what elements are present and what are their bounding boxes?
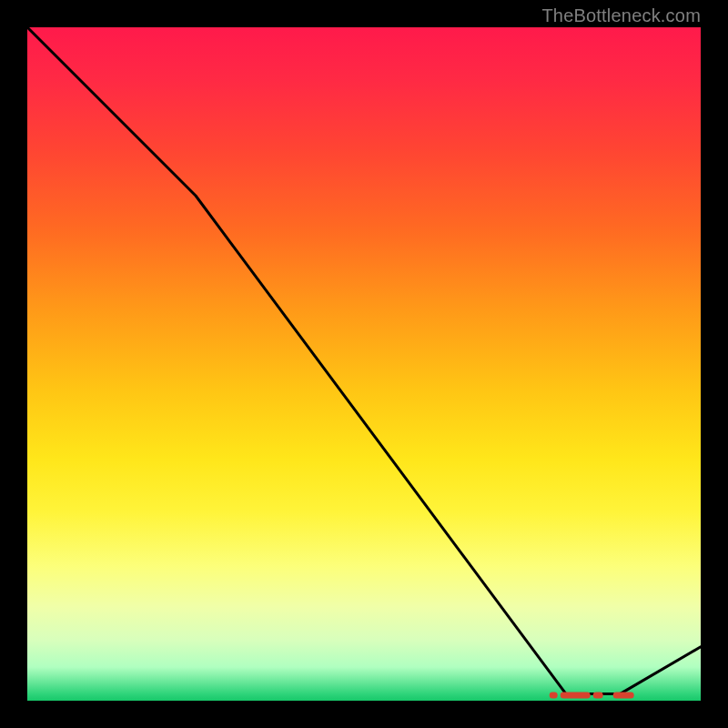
plot-area: [27, 27, 701, 701]
credit-text: TheBottleneck.com: [541, 5, 701, 26]
bottleneck-curve: [27, 27, 701, 694]
chart-frame: TheBottleneck.com: [0, 0, 728, 728]
curve-svg: [27, 27, 701, 701]
